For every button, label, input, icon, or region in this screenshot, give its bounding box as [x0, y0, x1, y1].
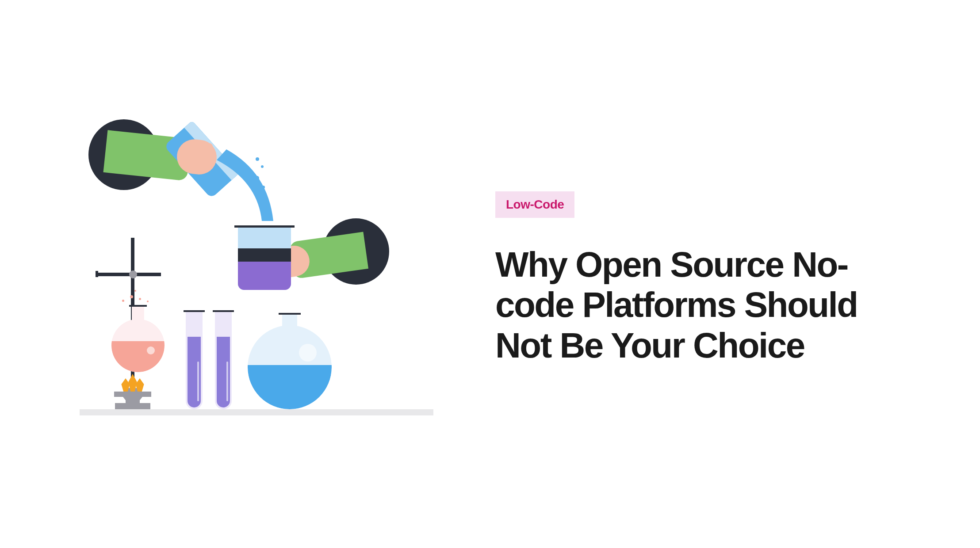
shine [147, 346, 155, 354]
flask-liquid [248, 365, 332, 409]
tube-lip [213, 310, 234, 312]
slide-container: Low-Code Why Open Source No-code Platfor… [0, 0, 980, 548]
bubble-icon [262, 186, 265, 189]
test-tube [186, 312, 203, 409]
table-surface [80, 409, 433, 415]
chemistry-illustration [80, 119, 442, 429]
flask-lip [129, 305, 147, 307]
flask-neck [282, 314, 297, 329]
burner-legs [123, 397, 142, 409]
tube-lip [184, 310, 205, 312]
receiving-beaker [238, 227, 291, 290]
clamp-end [96, 271, 98, 277]
beaker-lip [234, 225, 295, 228]
test-tube [215, 312, 232, 409]
stand-knob [129, 270, 137, 278]
content-panel: Low-Code Why Open Source No-code Platfor… [495, 183, 900, 365]
bubble-icon [256, 157, 259, 161]
flask-lip [279, 313, 301, 315]
shine [197, 362, 199, 401]
category-tag[interactable]: Low-Code [495, 191, 574, 218]
page-title: Why Open Source No-code Platforms Should… [495, 244, 900, 365]
flask-neck [132, 306, 144, 323]
shine [226, 362, 228, 401]
burner-plate [114, 392, 151, 397]
flask-liquid [111, 341, 165, 372]
bubble-icon [261, 165, 264, 168]
bubble-icon [255, 176, 259, 180]
large-round-flask [248, 325, 332, 409]
shine [299, 344, 317, 362]
round-flask [111, 319, 165, 372]
beaker-liquid [238, 262, 291, 290]
